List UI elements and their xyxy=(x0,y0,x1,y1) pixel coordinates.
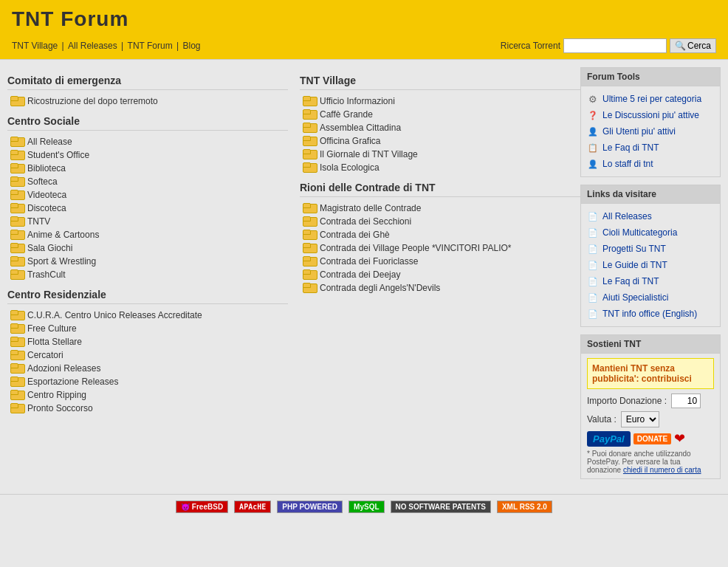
link-secchioni[interactable]: Contrada dei Secchioni xyxy=(320,216,411,227)
link-students-office[interactable]: Student's Office xyxy=(27,150,89,160)
link-utenti[interactable]: Gli Utenti piu' attivi xyxy=(602,126,676,137)
folder-icon xyxy=(10,216,24,227)
link-centro-ripping[interactable]: Centro Ripping xyxy=(27,390,86,400)
list-item: Student's Office xyxy=(7,148,288,162)
link-deejay[interactable]: Contrada dei Deejay xyxy=(320,269,400,280)
link-pronto-soccorso[interactable]: Pronto Soccorso xyxy=(27,403,93,413)
link-discussioni[interactable]: Le Discussioni piu' attive xyxy=(602,110,699,120)
folder-icon xyxy=(303,96,316,106)
user-icon-2 xyxy=(587,158,599,170)
list-emergenza: Ricostruzione del dopo terremoto xyxy=(7,94,288,108)
link-softeca[interactable]: Softeca xyxy=(27,176,58,187)
nav-tnt-village[interactable]: TNT Village xyxy=(12,41,58,51)
link-ghe[interactable]: Contrada dei Ghè xyxy=(320,230,390,240)
list-item: Magistrato delle Contrade xyxy=(300,202,580,215)
list-item: Contrada dei Secchioni xyxy=(300,215,580,228)
link-aiuti[interactable]: Aiuti Specialistici xyxy=(602,292,668,303)
left-column: Comitato di emergenza Ricostruzione del … xyxy=(7,67,288,487)
section-title-village: TNT Village xyxy=(300,75,580,86)
currency-select[interactable]: Euro USD xyxy=(621,411,659,427)
link-cura[interactable]: C.U.R.A. Centro Unico Releases Accredita… xyxy=(27,310,202,320)
content-area: Comitato di emergenza Ricostruzione del … xyxy=(7,67,580,487)
folder-icon xyxy=(10,310,24,320)
search-label: Ricerca Torrent xyxy=(501,41,560,51)
folder-icon xyxy=(10,403,24,413)
main-container: Comitato di emergenza Ricostruzione del … xyxy=(0,60,728,494)
link-isola[interactable]: Isola Ecologica xyxy=(320,162,380,173)
donate-note-link[interactable]: chiedi il numero di carta xyxy=(623,466,701,474)
link-anime[interactable]: Anime & Cartoons xyxy=(27,230,99,240)
link-trashcult[interactable]: TrashCult xyxy=(27,269,66,280)
nav-links: TNT Village | All Releases | TNT Forum |… xyxy=(12,41,201,51)
link-ricostruzione[interactable]: Ricostruzione del dopo terremoto xyxy=(27,96,158,106)
link-guide[interactable]: Le Guide di TNT xyxy=(602,260,667,270)
links-item: Progetti Su TNT xyxy=(587,241,714,257)
search-input[interactable] xyxy=(563,38,667,53)
link-giornale[interactable]: Il Giornale di TNT Village xyxy=(320,149,418,159)
link-biblioteca[interactable]: Biblioteca xyxy=(27,163,66,173)
link-all-releases-sidebar[interactable]: All Releases xyxy=(602,211,652,221)
link-officina[interactable]: Officina Grafica xyxy=(320,136,380,146)
list-item: Sport & Wrestling xyxy=(7,255,288,268)
list-item: Anime & Cartoons xyxy=(7,228,288,241)
link-sala-giochi[interactable]: Sala Giochi xyxy=(27,243,72,253)
link-progetti[interactable]: Progetti Su TNT xyxy=(602,244,666,254)
right-column: TNT Village Ufficio Informazioni Caffè G… xyxy=(300,67,580,487)
link-info-english[interactable]: TNT info office (English) xyxy=(602,309,697,319)
paypal-donate-label: DONATE xyxy=(633,433,671,444)
list-item: C.U.R.A. Centro Unico Releases Accredita… xyxy=(7,309,288,322)
link-angels[interactable]: Contrada degli Angels'N'Devils xyxy=(320,283,440,293)
forum-tools-item: Ultime 5 rei per categoria xyxy=(587,91,714,107)
folder-icon xyxy=(303,256,316,267)
currency-label: Valuta : xyxy=(587,414,617,425)
doc-icon-6 xyxy=(587,292,599,303)
folder-icon xyxy=(303,203,316,213)
forum-tools-panel: Forum Tools Ultime 5 rei per categoria L… xyxy=(580,67,721,177)
badge-nosoftware: NO SOFTWARE PATENTS xyxy=(391,501,491,513)
list-item: Esportazione Releases xyxy=(7,375,288,388)
search-button[interactable]: 🔍 Cerca xyxy=(670,38,716,53)
link-caffe[interactable]: Caffè Grande xyxy=(320,109,373,120)
link-tntv[interactable]: TNTV xyxy=(27,216,50,227)
doc-icon-4 xyxy=(587,259,599,271)
nav-tnt-forum[interactable]: TNT Forum xyxy=(128,41,173,51)
link-discoteca[interactable]: Discoteca xyxy=(27,203,66,213)
list-sociale: All Release Student's Office Biblioteca … xyxy=(7,135,288,281)
link-esportazione[interactable]: Esportazione Releases xyxy=(27,377,118,387)
folder-icon xyxy=(10,377,24,387)
link-cercatori[interactable]: Cercatori xyxy=(27,350,63,360)
link-ultime5[interactable]: Ultime 5 rei per categoria xyxy=(602,94,701,104)
gear-icon xyxy=(587,93,599,105)
link-staff[interactable]: Lo staff di tnt xyxy=(602,159,653,169)
link-cioli[interactable]: Cioli Multicategoria xyxy=(602,227,677,238)
nav-blog[interactable]: Blog xyxy=(182,41,200,51)
freebsd-icon: 😈 xyxy=(181,503,190,511)
links-item: TNT info office (English) xyxy=(587,306,714,322)
link-faq[interactable]: Le Faq di TNT xyxy=(602,142,659,153)
badge-freebsd: 😈 FreeBSD xyxy=(176,501,228,513)
link-assemblea[interactable]: Assemblea Cittadina xyxy=(320,123,401,133)
link-sport[interactable]: Sport & Wrestling xyxy=(27,256,96,267)
link-all-release[interactable]: All Release xyxy=(27,137,72,147)
nav-all-releases[interactable]: All Releases xyxy=(68,41,117,51)
paypal-logo: PayPal xyxy=(587,431,631,447)
links-item: Cioli Multicategoria xyxy=(587,224,714,241)
link-flotta[interactable]: Flotta Stellare xyxy=(27,337,82,347)
link-videoteca[interactable]: Videoteca xyxy=(27,190,66,200)
list-item: Ufficio Informazioni xyxy=(300,94,580,108)
amount-input[interactable] xyxy=(671,394,701,408)
doc-icon-5 xyxy=(587,275,599,287)
link-fuoriclasse[interactable]: Contrada dei Fuoriclasse xyxy=(320,256,418,267)
footer: 😈 FreeBSD APAcHE PHP POWERED MySQL NO SO… xyxy=(0,494,728,519)
folder-icon xyxy=(10,230,24,240)
site-header: TNT Forum xyxy=(0,0,728,37)
link-adozioni[interactable]: Adozioni Releases xyxy=(27,363,100,374)
link-free-culture[interactable]: Free Culture xyxy=(27,323,77,334)
list-item: Contrada dei Village People *VINCITORI P… xyxy=(300,241,580,255)
folder-icon xyxy=(10,323,24,334)
list-item: Adozioni Releases xyxy=(7,362,288,375)
link-magistrato[interactable]: Magistrato delle Contrade xyxy=(320,203,421,213)
link-village-people[interactable]: Contrada dei Village People *VINCITORI P… xyxy=(320,243,511,253)
link-faq2[interactable]: Le Faq di TNT xyxy=(602,276,659,286)
link-ufficio[interactable]: Ufficio Informazioni xyxy=(320,96,395,106)
